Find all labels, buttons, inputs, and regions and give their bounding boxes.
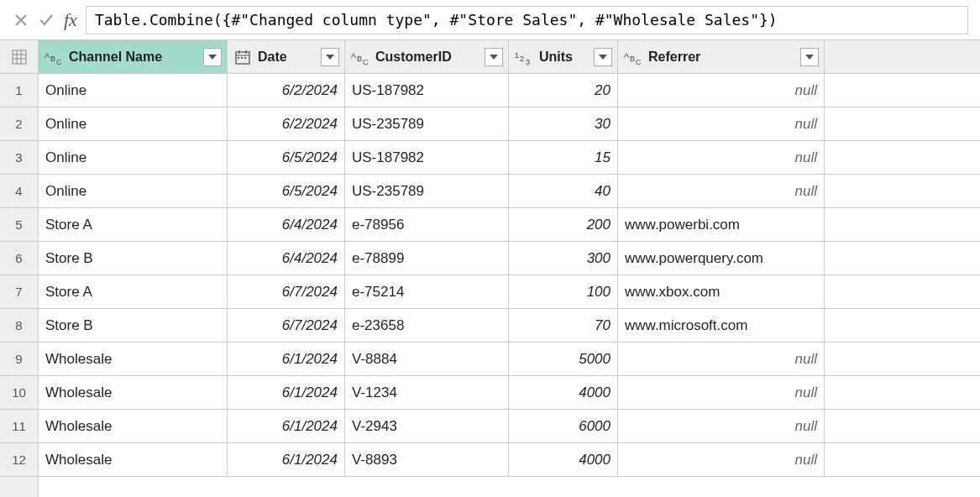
cell-date[interactable]: 6/1/2024 (228, 410, 345, 442)
row-number-cell[interactable]: 12 (0, 443, 39, 476)
cell-referrer[interactable]: null (618, 175, 825, 207)
cell-channel-name[interactable]: Wholesale (39, 443, 228, 476)
cell-units[interactable]: 5000 (509, 343, 618, 375)
cell-units[interactable]: 6000 (509, 410, 618, 442)
cell-referrer[interactable]: null (618, 343, 825, 375)
cell-date[interactable]: 6/7/2024 (228, 309, 345, 342)
row-number-cell[interactable]: 3 (0, 141, 39, 174)
svg-rect-13 (241, 57, 243, 59)
table-row: 9Wholesale6/1/2024V-88845000null (0, 343, 980, 376)
cell-channel-name[interactable]: Wholesale (39, 376, 228, 409)
cell-units[interactable]: 70 (509, 309, 618, 342)
formula-bar: fx (0, 0, 980, 40)
cell-referrer[interactable]: null (618, 410, 825, 442)
column-name-label: CustomerID (375, 50, 485, 65)
cell-customerid[interactable]: US-187982 (345, 74, 509, 107)
cell-channel-name[interactable]: Store B (39, 242, 228, 275)
row-number-cell[interactable]: 9 (0, 343, 39, 375)
cell-date[interactable]: 6/5/2024 (228, 175, 345, 207)
cell-units[interactable]: 4000 (509, 376, 618, 409)
svg-text:C: C (363, 58, 369, 65)
cell-units[interactable]: 100 (509, 275, 618, 308)
row-number-cell[interactable]: 11 (0, 410, 39, 442)
column-header-units[interactable]: 123 Units (509, 40, 618, 73)
cell-customerid[interactable]: V-8884 (345, 343, 509, 375)
cell-referrer[interactable]: www.powerbi.com (618, 208, 825, 241)
cell-units[interactable]: 4000 (509, 443, 618, 476)
cell-date[interactable]: 6/2/2024 (228, 107, 345, 140)
cell-units[interactable]: 15 (509, 141, 618, 174)
cell-units[interactable]: 300 (509, 242, 618, 275)
cell-units[interactable]: 40 (509, 175, 618, 207)
cell-date[interactable]: 6/5/2024 (228, 141, 345, 174)
row-number-cell[interactable]: 4 (0, 175, 39, 207)
row-number-cell[interactable]: 2 (0, 107, 39, 140)
cell-referrer[interactable]: www.microsoft.com (618, 309, 825, 342)
cell-customerid[interactable]: V-1234 (345, 376, 509, 409)
svg-text:A: A (624, 51, 629, 60)
cell-date[interactable]: 6/1/2024 (228, 443, 345, 476)
cell-channel-name[interactable]: Store B (39, 309, 228, 342)
column-filter-dropdown[interactable] (321, 48, 339, 66)
column-filter-dropdown[interactable] (594, 48, 612, 66)
column-header-customerid[interactable]: ABC CustomerID (345, 40, 509, 73)
cell-channel-name[interactable]: Online (39, 175, 228, 207)
row-number-cell[interactable]: 1 (0, 74, 39, 107)
svg-text:C: C (636, 58, 642, 65)
column-header-channel-name[interactable]: ABC Channel Name (39, 40, 228, 73)
cell-customerid[interactable]: US-235789 (345, 107, 509, 140)
cell-channel-name[interactable]: Store A (39, 208, 228, 241)
cell-date[interactable]: 6/2/2024 (228, 74, 345, 107)
cell-channel-name[interactable]: Online (39, 107, 228, 140)
cell-date[interactable]: 6/4/2024 (228, 242, 345, 275)
cell-referrer[interactable]: null (618, 107, 825, 140)
cell-referrer[interactable]: null (618, 141, 825, 174)
text-type-icon: ABC (350, 50, 370, 65)
cell-customerid[interactable]: e-78956 (345, 208, 509, 241)
row-number-cell[interactable]: 7 (0, 275, 39, 308)
cell-channel-name[interactable]: Online (39, 74, 228, 107)
column-filter-dropdown[interactable] (485, 48, 503, 66)
cell-date[interactable]: 6/1/2024 (228, 343, 345, 375)
row-number-cell[interactable]: 5 (0, 208, 39, 241)
cell-referrer[interactable]: www.powerquery.com (618, 242, 825, 275)
cell-customerid[interactable]: e-75214 (345, 275, 509, 308)
accept-formula-icon[interactable] (34, 0, 59, 40)
cell-customerid[interactable]: e-78899 (345, 242, 509, 275)
cell-customerid[interactable]: V-8893 (345, 443, 509, 476)
cell-customerid[interactable]: US-187982 (345, 141, 509, 174)
cell-customerid[interactable]: e-23658 (345, 309, 509, 342)
cell-channel-name[interactable]: Store A (39, 275, 228, 308)
cell-customerid[interactable]: US-235789 (345, 175, 509, 207)
cell-date[interactable]: 6/1/2024 (228, 376, 345, 409)
svg-rect-14 (244, 57, 246, 59)
text-type-icon: ABC (44, 50, 64, 65)
cell-referrer[interactable]: null (618, 74, 825, 107)
table-row: 7Store A6/7/2024e-75214100www.xbox.com (0, 275, 980, 309)
table-row: 11Wholesale6/1/2024V-29436000null (0, 410, 980, 443)
column-filter-dropdown[interactable] (800, 48, 819, 66)
cell-units[interactable]: 20 (509, 74, 618, 107)
cell-referrer[interactable]: www.xbox.com (618, 275, 825, 308)
cell-referrer[interactable]: null (618, 376, 825, 409)
cell-units[interactable]: 200 (509, 208, 618, 241)
select-all-corner[interactable] (0, 40, 39, 73)
column-header-referrer[interactable]: ABC Referrer (618, 40, 825, 73)
row-number-cell[interactable]: 10 (0, 376, 39, 409)
formula-input[interactable] (86, 6, 968, 34)
cell-customerid[interactable]: V-2943 (345, 410, 509, 442)
cell-date[interactable]: 6/7/2024 (228, 275, 345, 308)
table-row: 4Online6/5/2024US-23578940null (0, 175, 980, 208)
cell-channel-name[interactable]: Wholesale (39, 343, 228, 375)
cell-channel-name[interactable]: Wholesale (39, 410, 228, 442)
cell-units[interactable]: 30 (509, 107, 618, 140)
column-filter-dropdown[interactable] (203, 48, 222, 66)
column-header-date[interactable]: Date (228, 40, 345, 73)
cell-date[interactable]: 6/4/2024 (228, 208, 345, 241)
fx-label[interactable]: fx (64, 9, 77, 31)
row-number-cell[interactable]: 8 (0, 309, 39, 342)
row-number-cell[interactable]: 6 (0, 242, 39, 275)
cell-channel-name[interactable]: Online (39, 141, 228, 174)
cell-referrer[interactable]: null (618, 443, 825, 476)
cancel-formula-icon[interactable] (8, 0, 34, 40)
